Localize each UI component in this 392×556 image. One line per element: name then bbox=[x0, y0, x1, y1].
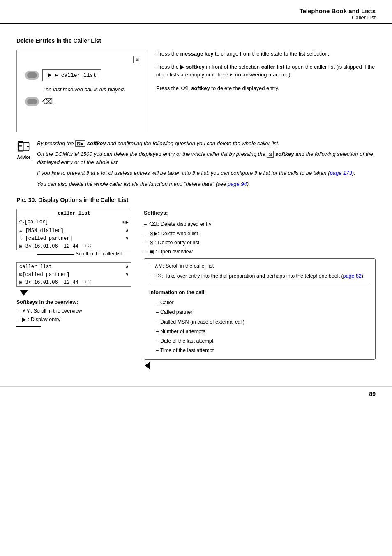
page-number: 89 bbox=[0, 386, 392, 401]
overview-bullet-1: – ∧∨: Scroll in the overview bbox=[18, 307, 131, 315]
advice-block: Advice By pressing the ⊠▶ softkey and co… bbox=[16, 139, 376, 188]
phone-icon bbox=[25, 71, 39, 80]
message-key-bold: message key bbox=[180, 51, 214, 57]
info-item-1: –Caller bbox=[156, 299, 370, 307]
bottom-down-arrow: ∨ bbox=[126, 271, 129, 278]
info-item-3: –Dialled MSN (in case of external call) bbox=[156, 318, 370, 327]
italic-description: The last received call is dis-played. bbox=[42, 86, 139, 94]
advice-icon-container: Advice bbox=[16, 139, 31, 160]
display-entry-connector bbox=[16, 326, 131, 327]
delete-softkey-icon: ⌫r bbox=[42, 97, 54, 107]
screen-row-header: caller list bbox=[17, 209, 131, 218]
scroll-caller-line bbox=[90, 251, 131, 254]
screen-called-partner: ↳ [called partner] bbox=[19, 235, 73, 241]
info-item-4: –Number of attempts bbox=[156, 327, 370, 336]
message-key-icon: ⊠ bbox=[133, 56, 141, 63]
advice-para-3: If you like to prevent that a lot of use… bbox=[37, 169, 376, 177]
screen-row-2: ⌫r[caller] ⊠▶ bbox=[17, 218, 131, 227]
softkeys-overview-label: Softkeys in the overview: bbox=[16, 299, 131, 305]
pic30-section: Pic. 30: Display Options in the Caller L… bbox=[16, 197, 376, 370]
screen-caller-list-label: caller list bbox=[58, 211, 90, 216]
hline-caller bbox=[37, 254, 74, 255]
sk-item-4-text: ▣ : Open overview bbox=[149, 248, 193, 256]
pic30-right: Softkeys: – ⌫r: Delete displayed entry –… bbox=[144, 209, 376, 370]
bottom-called-partner: ⊠[called partner] bbox=[19, 271, 69, 278]
scroll-line-h bbox=[90, 254, 115, 254]
advice-label: Advice bbox=[17, 155, 31, 160]
sk-item-2-text: ⊠▶: Delete whole list bbox=[149, 229, 198, 238]
display-entry-hline bbox=[16, 326, 41, 327]
arrow-left-svg bbox=[144, 361, 152, 370]
device-area: ⊠ ▶ caller list The last received call i… bbox=[16, 50, 148, 132]
advice-text: By pressing the ⊠▶ softkey and confirmin… bbox=[37, 139, 376, 188]
sk-item-6: – +⁙: Take over entry into the dial prep… bbox=[149, 272, 370, 280]
desc-block-3: Press the ⌫r softkey to delete the displ… bbox=[156, 84, 376, 93]
bottom-row-1: caller list ∧ bbox=[17, 263, 131, 271]
screen-row-3: ↵ [MSN dialled] ∧ bbox=[17, 227, 131, 234]
screen-up-arrow: ∧ bbox=[126, 227, 129, 234]
caller-list-label: ▶ caller list bbox=[55, 72, 96, 79]
info-item-5: –Date of the last attempt bbox=[156, 337, 370, 345]
sk-item-5-text: ∧∨: Scroll in the caller list bbox=[154, 262, 214, 271]
sk-item-1: – ⌫r: Delete displayed entry bbox=[144, 220, 376, 229]
bottom-row-3: ▣ 3× 16.01.06 12:44 +⁙ bbox=[17, 278, 131, 286]
scroll-caller-annotation-area bbox=[90, 251, 131, 254]
page-header: Telephone Book and Lists Caller List bbox=[0, 0, 392, 24]
link-page-173[interactable]: page 173 bbox=[330, 170, 352, 176]
msg-icon-inline-2: ⊠ bbox=[267, 151, 274, 158]
info-items: –Caller –Called partner –Dialled MSN (in… bbox=[156, 299, 370, 355]
content: Delete Entries in the Caller List ⊠ ▶ ca… bbox=[0, 26, 392, 378]
delete-icon-row: ⌫r bbox=[25, 97, 139, 107]
arrow-svg bbox=[20, 288, 28, 297]
sk-item-5: – ∧∨: Scroll in the caller list bbox=[149, 262, 370, 271]
advice-svg-icon bbox=[16, 139, 31, 154]
softkeys-list-container: – ⌫r: Delete displayed entry – ⊠▶: Delet… bbox=[144, 220, 376, 370]
phone-row: ▶ caller list bbox=[25, 69, 139, 81]
softkey-bold-2: softkey bbox=[191, 85, 210, 91]
screen-msg-arrow: ⊠▶ bbox=[123, 219, 129, 225]
desc-block-2: Press the ▶ softkey in front of the sele… bbox=[156, 63, 376, 79]
pic30-heading: Pic. 30: Display Options in the Caller L… bbox=[16, 197, 376, 203]
svg-marker-7 bbox=[145, 361, 150, 370]
sk-item-2: – ⊠▶: Delete whole list bbox=[144, 229, 376, 238]
link-page-82[interactable]: page 82 bbox=[343, 273, 362, 279]
screen-row-4: ↳ [called partner] ∨ bbox=[17, 234, 131, 242]
info-item-6: –Time of the last attempt bbox=[156, 346, 370, 355]
softkeys-title: Softkeys: bbox=[144, 209, 376, 218]
bottom-up-arrow: ∧ bbox=[126, 264, 129, 270]
delete-section: ⊠ ▶ caller list The last received call i… bbox=[16, 50, 376, 132]
del-icon-inline: ⌫r bbox=[180, 85, 190, 91]
link-page-94[interactable]: page 94 bbox=[228, 181, 247, 187]
screen-msn: ↵ [MSN dialled] bbox=[19, 227, 64, 234]
screen-delete-caller: ⌫r[caller] bbox=[19, 219, 48, 226]
main-title: Telephone Book and Lists bbox=[16, 7, 376, 14]
screen-date-time: ▣ 3× 16.01.06 12:44 +⁙ bbox=[19, 243, 92, 249]
overview-bullets: – ∧∨: Scroll in the overview – ▶ : Displ… bbox=[18, 307, 131, 324]
bottom-caller-list: caller list bbox=[19, 264, 52, 270]
pic30-container: caller list ⌫r[caller] ⊠▶ ↵ [MSN dialled… bbox=[16, 209, 376, 370]
delete-section-heading: Delete Entries in the Caller List bbox=[16, 37, 376, 44]
info-divider bbox=[149, 283, 370, 286]
phone-icon-2 bbox=[25, 97, 39, 106]
info-item-2: –Called partner bbox=[156, 308, 370, 317]
bottom-date-time: ▣ 3× 16.01.06 12:44 +⁙ bbox=[19, 279, 92, 285]
description-area: Press the message key to change from the… bbox=[156, 50, 376, 132]
caller-list-box: ▶ caller list bbox=[42, 69, 101, 81]
sk-item-3: – ⊠ : Delete entry or list bbox=[144, 239, 376, 247]
sub-title: Caller List bbox=[16, 14, 376, 21]
svg-marker-6 bbox=[20, 290, 28, 296]
top-device-screen: caller list ⌫r[caller] ⊠▶ ↵ [MSN dialled… bbox=[16, 209, 131, 250]
advice-para-4: You can also delete the whole caller lis… bbox=[37, 180, 376, 188]
overview-bullet-2: – ▶ : Display entry bbox=[18, 315, 131, 324]
desc-block-1: Press the message key to change from the… bbox=[156, 50, 376, 58]
sk-item-3-text: ⊠ : Delete entry or list bbox=[149, 239, 199, 247]
triangle-right-icon bbox=[48, 73, 51, 78]
bottom-device-screen: caller list ∧ ⊠[called partner] ∨ ▣ 3× 1… bbox=[16, 262, 131, 287]
arrow-indicator bbox=[20, 288, 131, 298]
bottom-row-2: ⊠[called partner] ∨ bbox=[17, 271, 131, 278]
msg-icon-inline: ⊠▶ bbox=[75, 140, 85, 147]
pic30-left: caller list ⌫r[caller] ⊠▶ ↵ [MSN dialled… bbox=[16, 209, 131, 370]
arrow-left-indicator bbox=[144, 361, 376, 370]
sk-item-1-text: ⌫r: Delete displayed entry bbox=[149, 220, 212, 229]
sk-item-6-text: +⁙: Take over entry into the dial prepar… bbox=[154, 272, 363, 280]
